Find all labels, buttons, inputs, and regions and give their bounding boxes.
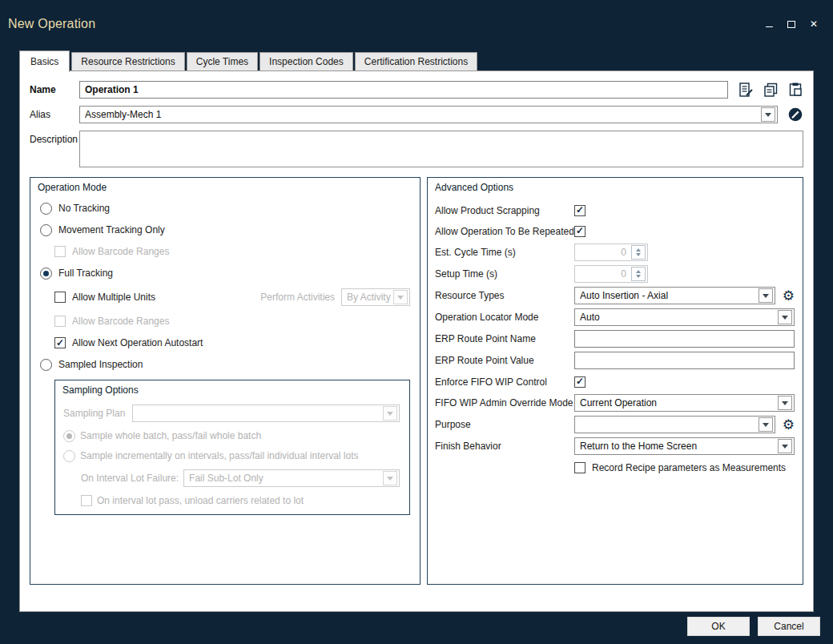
full-tracking-option: Full Tracking (40, 267, 410, 280)
no-tracking-option: No Tracking (40, 202, 410, 215)
tab-inspection-codes[interactable]: Inspection Codes (260, 52, 353, 70)
purpose-row: Purpose ⚙ (435, 416, 795, 433)
name-row: Name (30, 81, 803, 99)
interval-failure-row: On Interval Lot Failure: Fail Sub-Lot On… (81, 469, 400, 487)
chevron-down-icon[interactable] (759, 417, 773, 432)
chevron-down-icon[interactable] (778, 310, 792, 324)
spinner-arrows-icon[interactable] (631, 245, 646, 260)
name-label: Name (30, 84, 79, 95)
alias-label: Alias (30, 109, 79, 120)
chevron-down-icon (393, 290, 408, 304)
erp-route-point-value-input[interactable] (574, 352, 795, 369)
allow-operation-repeated-checkbox[interactable] (574, 226, 586, 237)
movement-tracking-radio[interactable] (40, 224, 52, 236)
allow-multiple-units-checkbox[interactable] (54, 292, 66, 303)
edit-form-icon[interactable] (738, 82, 754, 98)
sampling-plan-row: Sampling Plan (63, 405, 400, 422)
allow-multiple-units-option: Allow Multiple Units Perform Activities … (54, 288, 410, 306)
minimize-icon[interactable] (764, 19, 774, 29)
allow-next-operation-autostart-checkbox[interactable] (54, 337, 66, 348)
sampling-options-group: Sampling Options Sampling Plan Sample wh… (54, 380, 410, 515)
allow-next-operation-autostart-option: Allow Next Operation Autostart (54, 336, 410, 349)
est-cycle-time-spinner: 0 (574, 244, 648, 261)
copy-icon[interactable] (763, 82, 779, 98)
spinner-arrows-icon[interactable] (631, 267, 646, 281)
purpose-select[interactable] (574, 416, 775, 433)
alias-select[interactable]: Assembly-Mech 1 (79, 106, 778, 123)
operation-locator-mode-row: Operation Locator Mode Auto (435, 308, 795, 326)
tab-bar: Basics Resource Restrictions Cycle Times… (19, 50, 479, 70)
description-input[interactable] (79, 131, 803, 167)
operation-mode-title: Operation Mode (30, 178, 420, 195)
interval-pass-checkbox (81, 495, 92, 506)
window-controls: ✕ (764, 19, 819, 29)
finish-behavior-select[interactable]: Return to the Home Screen (574, 437, 795, 455)
enforce-fifo-checkbox[interactable] (574, 376, 586, 388)
edit-pencil-icon[interactable] (787, 107, 803, 123)
basics-panel: Name (19, 70, 814, 612)
incremental-option: Sample incrementally on intervals, pass/… (63, 449, 400, 462)
fifo-override-select[interactable]: Current Operation (574, 394, 795, 412)
sampling-plan-select (132, 405, 400, 422)
ok-button[interactable]: OK (687, 617, 750, 636)
est-cycle-time-row: Est. Cycle Time (s) 0 (435, 244, 795, 261)
finish-behavior-row: Finish Behavior Return to the Home Scree… (435, 437, 795, 455)
description-label: Description (30, 131, 79, 145)
chevron-down-icon (383, 471, 397, 485)
chevron-down-icon[interactable] (761, 107, 775, 122)
enforce-fifo-row: Enforce FIFO WIP Control (435, 373, 795, 390)
allow-product-scrapping-row: Allow Product Scrapping (435, 202, 795, 219)
chevron-down-icon[interactable] (778, 396, 792, 410)
incremental-radio (63, 450, 75, 462)
tab-basics[interactable]: Basics (19, 50, 70, 72)
interval-failure-label: On Interval Lot Failure: (81, 473, 179, 484)
paste-icon[interactable] (787, 82, 803, 98)
alias-row: Alias Assembly-Mech 1 (30, 106, 803, 123)
tab-resource-restrictions[interactable]: Resource Restrictions (71, 52, 184, 70)
erp-route-point-value-row: ERP Route Point Value (435, 352, 795, 369)
titlebar: New Operation ✕ (0, 0, 833, 48)
tab-certification-restrictions[interactable]: Certification Restrictions (355, 52, 477, 70)
no-tracking-radio[interactable] (40, 203, 52, 215)
close-icon[interactable]: ✕ (809, 19, 819, 29)
setup-time-spinner: 0 (574, 265, 648, 283)
record-recipe-row: Record Recipe parameters as Measurements (435, 459, 795, 476)
interval-pass-option: On interval lot pass, unload carriers re… (81, 494, 400, 507)
name-actions (738, 82, 803, 98)
resource-types-select[interactable]: Auto Insertion - Axial (574, 287, 775, 304)
full-tracking-radio[interactable] (40, 268, 52, 280)
maximize-icon[interactable] (787, 19, 796, 29)
operation-locator-mode-select[interactable]: Auto (574, 308, 795, 326)
window-title: New Operation (8, 17, 95, 31)
chevron-down-icon[interactable] (759, 288, 773, 303)
operation-mode-group: Operation Mode No Tracking Movement Trac… (30, 177, 421, 585)
name-input[interactable] (79, 81, 728, 99)
sampled-inspection-radio[interactable] (40, 359, 52, 371)
cancel-button[interactable]: Cancel (758, 617, 820, 636)
sampled-inspection-option: Sampled Inspection (40, 358, 410, 371)
allow-barcode-ranges-checkbox-1 (54, 246, 66, 257)
advanced-options-group: Advanced Options Allow Product Scrapping… (427, 177, 803, 585)
allow-product-scrapping-checkbox[interactable] (574, 205, 586, 216)
groups: Operation Mode No Tracking Movement Trac… (30, 177, 803, 585)
interval-failure-select: Fail Sub-Lot Only (183, 469, 400, 487)
allow-barcode-ranges-option-2: Allow Barcode Ranges (54, 315, 410, 328)
allow-barcode-ranges-option-1: Allow Barcode Ranges (54, 245, 410, 258)
movement-tracking-option: Movement Tracking Only (40, 223, 410, 236)
chevron-down-icon[interactable] (778, 439, 792, 453)
footer: OK Cancel (687, 617, 820, 636)
gear-icon[interactable]: ⚙ (783, 418, 795, 432)
gear-icon[interactable]: ⚙ (783, 289, 795, 303)
sampling-plan-label: Sampling Plan (63, 408, 127, 419)
description-row: Description (30, 131, 803, 167)
sampling-options-title: Sampling Options (55, 380, 409, 398)
setup-time-row: Setup Time (s) 0 (435, 265, 795, 283)
advanced-options-title: Advanced Options (428, 178, 803, 195)
whole-batch-radio (63, 430, 75, 442)
erp-route-point-name-input[interactable] (574, 330, 795, 348)
tab-cycle-times[interactable]: Cycle Times (187, 52, 258, 70)
erp-route-point-name-row: ERP Route Point Name (435, 330, 795, 348)
perform-activities-select: By Activity (341, 288, 410, 306)
perform-activities-label: Perform Activities (260, 292, 335, 303)
record-recipe-checkbox[interactable] (574, 462, 586, 473)
